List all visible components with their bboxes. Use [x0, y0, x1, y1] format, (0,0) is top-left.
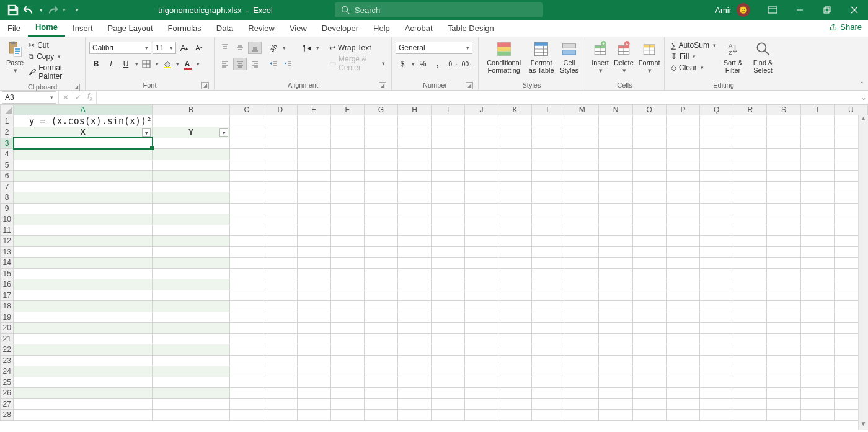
cell-S28[interactable] [767, 410, 800, 421]
cell-C4[interactable] [230, 149, 264, 160]
col-header-G[interactable]: G [364, 105, 397, 115]
cell-P4[interactable] [666, 149, 699, 160]
redo-button[interactable] [45, 3, 59, 17]
cell-K1[interactable] [498, 115, 531, 127]
cell-Q5[interactable] [699, 160, 733, 171]
cell-G9[interactable] [364, 203, 397, 214]
cell-N25[interactable] [599, 377, 632, 388]
cell-M2[interactable] [565, 127, 599, 138]
cell-J5[interactable] [464, 160, 498, 171]
cell-R13[interactable] [733, 246, 767, 258]
cell-O5[interactable] [632, 160, 666, 171]
cell-J10[interactable] [464, 214, 498, 225]
cell-H5[interactable] [398, 160, 432, 171]
cell-K13[interactable] [498, 246, 531, 258]
cell-M4[interactable] [565, 149, 599, 160]
cell-I22[interactable] [432, 344, 465, 356]
format-painter-button[interactable]: 🖌Format Painter [27, 63, 80, 81]
cell-E11[interactable] [297, 225, 330, 236]
cell-C13[interactable] [230, 246, 264, 258]
cell-O8[interactable] [632, 192, 666, 204]
cell-A22[interactable] [14, 344, 153, 356]
cell-B25[interactable] [153, 377, 230, 388]
cell-P8[interactable] [666, 192, 699, 204]
cell-N6[interactable] [599, 171, 632, 182]
cell-S27[interactable] [767, 398, 800, 410]
col-header-M[interactable]: M [565, 105, 599, 115]
cell-F11[interactable] [330, 225, 364, 236]
cell-H23[interactable] [398, 355, 432, 366]
cell-J15[interactable] [464, 268, 498, 279]
cell-D12[interactable] [264, 236, 297, 247]
cell-O10[interactable] [632, 214, 666, 225]
cell-T8[interactable] [800, 192, 834, 204]
col-header-N[interactable]: N [599, 105, 632, 115]
cell-T13[interactable] [800, 246, 834, 258]
cell-H22[interactable] [398, 344, 432, 356]
cell-S23[interactable] [767, 355, 800, 366]
fill-button[interactable]: ↧Fill▾ [670, 52, 717, 61]
user-avatar[interactable]: 🙂 [737, 3, 750, 17]
cell-Q13[interactable] [699, 246, 733, 258]
cell-N27[interactable] [599, 398, 632, 410]
cell-R1[interactable] [733, 115, 767, 127]
autosum-button[interactable]: ∑AutoSum▾ [670, 40, 717, 50]
cell-J6[interactable] [464, 171, 498, 182]
cell-L16[interactable] [532, 279, 565, 290]
font-name-combo[interactable]: Calibri▾ [89, 42, 151, 54]
cell-C11[interactable] [230, 225, 264, 236]
increase-decimal-button[interactable]: .0→ [446, 58, 459, 70]
row-header-1[interactable]: 1 [1, 115, 14, 127]
cell-T25[interactable] [800, 377, 834, 388]
cell-K22[interactable] [498, 344, 531, 356]
cell-P2[interactable] [666, 127, 699, 138]
cell-A26[interactable] [14, 388, 153, 399]
cell-J23[interactable] [464, 355, 498, 366]
cell-F19[interactable] [330, 312, 364, 323]
cell-O17[interactable] [632, 290, 666, 301]
cell-Q11[interactable] [699, 225, 733, 236]
row-header-8[interactable]: 8 [1, 192, 14, 204]
cell-A19[interactable] [14, 312, 153, 323]
cell-C21[interactable] [230, 333, 264, 344]
cell-O6[interactable] [632, 171, 666, 182]
cell-Q12[interactable] [699, 236, 733, 247]
cell-B5[interactable] [153, 160, 230, 171]
cell-B9[interactable] [153, 203, 230, 214]
cell-N23[interactable] [599, 355, 632, 366]
cell-N28[interactable] [599, 410, 632, 421]
cell-G15[interactable] [364, 268, 397, 279]
row-header-7[interactable]: 7 [1, 181, 14, 192]
cell-M9[interactable] [565, 203, 599, 214]
cell-P16[interactable] [666, 279, 699, 290]
cell-F24[interactable] [330, 366, 364, 377]
row-header-16[interactable]: 16 [1, 279, 14, 290]
cell-H15[interactable] [398, 268, 432, 279]
font-size-combo[interactable]: 11▾ [153, 42, 176, 54]
cell-G5[interactable] [364, 160, 397, 171]
cell-E8[interactable] [297, 192, 330, 204]
cell-D22[interactable] [264, 344, 297, 356]
cell-M7[interactable] [565, 181, 599, 192]
cell-N24[interactable] [599, 366, 632, 377]
cell-C3[interactable] [230, 138, 264, 149]
cell-K21[interactable] [498, 333, 531, 344]
bold-button[interactable]: B [89, 58, 103, 70]
cell-F2[interactable] [330, 127, 364, 138]
cell-C18[interactable] [230, 301, 264, 312]
cell-A5[interactable] [14, 160, 153, 171]
cell-C26[interactable] [230, 388, 264, 399]
cell-H1[interactable] [398, 115, 432, 127]
cell-H13[interactable] [398, 246, 432, 258]
cell-R17[interactable] [733, 290, 767, 301]
cell-A16[interactable] [14, 279, 153, 290]
cell-T14[interactable] [800, 258, 834, 269]
tab-file[interactable]: File [0, 20, 28, 37]
cell-L1[interactable] [532, 115, 565, 127]
maximize-button[interactable] [813, 0, 841, 20]
cell-S4[interactable] [767, 149, 800, 160]
col-header-B[interactable]: B [153, 105, 230, 115]
cell-D4[interactable] [264, 149, 297, 160]
cell-K24[interactable] [498, 366, 531, 377]
save-icon[interactable] [6, 3, 20, 17]
